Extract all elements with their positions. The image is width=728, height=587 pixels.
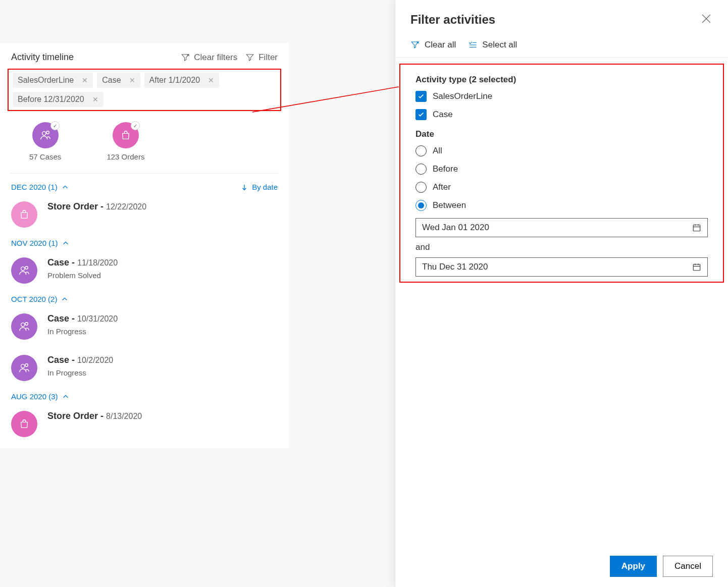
entry-title: Store Order - 8/13/2020 [47,411,142,421]
apply-button[interactable]: Apply [610,556,657,577]
filter-panel-header: Filter activities [395,0,728,35]
date-label: Date [415,129,708,139]
svg-point-3 [46,131,49,134]
by-date-label: By date [252,183,278,191]
section-header-label: DEC 2020 (1) [11,183,58,191]
section-header-label: OCT 2020 (2) [11,295,57,303]
select-all-label: Select all [482,40,517,50]
bag-icon [11,411,37,437]
calendar-icon [692,223,701,232]
timeline-entry[interactable]: Case - 11/18/2020Problem Solved [0,253,289,295]
section-header-row: OCT 2020 (2) [0,295,289,309]
select-all-icon [468,40,477,49]
filter-clear-icon [410,40,420,49]
section-toggle[interactable]: AUG 2020 (3) [11,392,69,401]
radio-label: After [433,182,451,192]
divider [10,173,279,174]
chevron-up-icon [62,184,69,191]
person-icon [11,313,37,340]
filter-button[interactable]: Filter [245,52,278,63]
chip-remove-icon[interactable]: ✕ [92,95,98,103]
entry-date: 10/2/2020 [77,356,113,364]
section-toggle[interactable]: OCT 2020 (2) [11,295,68,303]
entry-date: 10/31/2020 [77,314,118,323]
filter-chip[interactable]: Case✕ [97,73,140,88]
date-option-radio[interactable]: Before [415,164,708,175]
entry-title: Case - 11/18/2020 [47,257,118,268]
radio-icon [415,200,427,211]
entry-title: Store Order - 12/22/2020 [47,201,146,212]
section-toggle[interactable]: DEC 2020 (1) [11,183,69,191]
svg-point-5 [25,266,28,270]
person-icon [11,257,37,284]
clear-filters-button[interactable]: Clear filters [181,52,237,63]
entry-body: Store Order - 8/13/2020 [47,411,142,421]
checkbox-icon [415,109,427,120]
entry-subtitle: Problem Solved [47,271,118,280]
date-to-input[interactable]: Thu Dec 31 2020 [415,257,708,277]
close-button[interactable] [700,12,713,27]
section-header-row: AUG 2020 (3) [0,392,289,407]
person-icon: ✓ [32,122,59,148]
summary-row: ✓57 Cases✓123 Orders [0,116,289,173]
date-from-input[interactable]: Wed Jan 01 2020 [415,218,708,237]
summary-item[interactable]: ✓57 Cases [29,122,61,161]
entry-subtitle: In Progress [47,327,118,336]
chevron-up-icon [62,240,69,247]
timeline-entry[interactable]: Store Order - 12/22/2020 [0,197,289,239]
entry-body: Store Order - 12/22/2020 [47,201,146,212]
and-label: and [415,237,708,257]
chevron-up-icon [61,296,68,303]
entry-body: Case - 10/31/2020In Progress [47,313,118,336]
svg-point-9 [25,364,28,367]
arrow-down-icon [241,184,248,191]
sort-by-date-button[interactable]: By date [241,183,278,191]
filter-chip[interactable]: After 1/1/2020✕ [144,73,220,88]
radio-icon [415,145,427,156]
filter-panel: Filter activities Clear all Select all A… [395,0,728,587]
timeline-entry[interactable]: Case - 10/31/2020In Progress [0,309,289,351]
filter-chip[interactable]: Before 12/31/2020✕ [13,92,103,107]
bag-icon: ✓ [113,122,139,148]
check-badge-icon: ✓ [131,121,140,130]
activity-type-checkbox[interactable]: Case [415,109,708,120]
summary-label: 123 Orders [107,152,144,161]
close-icon [702,14,711,23]
timeline-entry[interactable]: Store Order - 8/13/2020 [0,407,289,448]
filter-body: Activity type (2 selected) SalesOrderLin… [399,64,724,283]
date-option-radio[interactable]: All [415,145,708,156]
entry-title: Case - 10/2/2020 [47,355,113,365]
svg-point-4 [21,267,25,271]
date-option-radio[interactable]: After [415,182,708,193]
clear-filters-label: Clear filters [194,52,237,63]
chip-label: Before 12/31/2020 [18,95,84,104]
filter-label: Filter [258,52,278,63]
cancel-button[interactable]: Cancel [663,556,713,577]
bag-icon [11,201,37,228]
clear-all-button[interactable]: Clear all [410,40,456,50]
date-option-radio[interactable]: Between [415,200,708,211]
summary-item[interactable]: ✓123 Orders [107,122,144,161]
svg-point-6 [21,323,25,327]
chip-remove-icon[interactable]: ✕ [129,76,135,84]
checkbox-icon [415,91,427,102]
filter-icon [245,53,254,62]
check-badge-icon: ✓ [50,121,60,130]
radio-label: All [433,146,442,156]
section-toggle[interactable]: NOV 2020 (1) [11,239,69,247]
entry-date: 8/13/2020 [106,412,142,420]
svg-point-8 [21,364,25,368]
chip-remove-icon[interactable]: ✕ [82,76,88,84]
entry-subtitle: In Progress [47,368,113,377]
chip-remove-icon[interactable]: ✕ [208,76,214,84]
activity-type-checkbox[interactable]: SalesOrderLine [415,91,708,102]
svg-rect-17 [693,225,700,231]
summary-label: 57 Cases [29,152,61,161]
svg-point-2 [42,132,45,135]
select-all-button[interactable]: Select all [468,40,517,50]
timeline-entry[interactable]: Case - 10/2/2020In Progress [0,351,289,392]
chip-label: SalesOrderLine [18,76,74,85]
checkbox-label: Case [433,110,453,120]
section-header-label: AUG 2020 (3) [11,392,58,401]
filter-chip[interactable]: SalesOrderLine✕ [13,73,93,88]
